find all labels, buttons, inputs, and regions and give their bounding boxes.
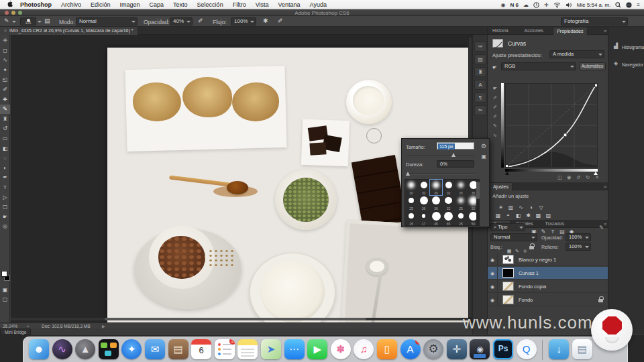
dock-siri[interactable]: ∿ bbox=[52, 339, 72, 359]
pressure-size-icon[interactable]: ✐ bbox=[278, 17, 283, 24]
black-point-eyedropper-icon[interactable]: ✐ bbox=[490, 94, 500, 101]
brush-preset[interactable]: 45 bbox=[430, 210, 442, 226]
layer-thumbnail[interactable] bbox=[502, 255, 514, 264]
brush-preset[interactable]: 65 bbox=[443, 210, 455, 226]
paragraph-panel-icon[interactable]: ¶ bbox=[474, 93, 486, 103]
dock-documents[interactable]: ▤ bbox=[572, 339, 592, 359]
menu-filtro[interactable]: Filtro bbox=[233, 1, 246, 8]
layer-thumbnail[interactable] bbox=[502, 282, 514, 291]
eraser-tool[interactable]: ▭ bbox=[0, 134, 10, 143]
filter-adjustment-icon[interactable]: ✎ bbox=[539, 228, 547, 235]
clip-to-layer-icon[interactable]: ◫ bbox=[557, 174, 562, 180]
input-menu-badge[interactable]: N 6 bbox=[510, 2, 518, 8]
lasso-tool[interactable]: ∿ bbox=[0, 56, 10, 65]
brush-preset[interactable]: 30 bbox=[405, 180, 417, 195]
brush-hardness-field[interactable]: 0% bbox=[437, 160, 474, 168]
delete-adjustment-icon[interactable]: ✕ bbox=[595, 174, 599, 180]
layer-visibility-icon[interactable]: ◉ bbox=[488, 253, 498, 266]
brush-tool-icon[interactable]: ✎ bbox=[4, 17, 9, 24]
toggle-visibility-icon[interactable]: ◉ bbox=[567, 174, 572, 180]
brush-preset[interactable]: 36 bbox=[430, 195, 442, 210]
airbrush-icon[interactable]: ✱ bbox=[263, 17, 268, 24]
shape-tool[interactable]: ▢ bbox=[0, 202, 10, 212]
menu-texto[interactable]: Texto bbox=[173, 1, 188, 8]
layers-menu-icon[interactable]: ≡ bbox=[604, 222, 606, 227]
brush-preset[interactable]: 30 bbox=[430, 180, 442, 195]
dock-facetime[interactable]: ▶ bbox=[307, 339, 327, 359]
new-brush-icon[interactable]: ▣ bbox=[481, 154, 486, 160]
dodge-tool[interactable]: ◐ bbox=[0, 164, 10, 173]
dock-notes[interactable] bbox=[237, 339, 258, 359]
document-tab[interactable]: ×IMG_4335.CR2 al 26,9% (Curvas 1, Máscar… bbox=[0, 27, 138, 35]
quick-mask-button[interactable]: ▣ bbox=[0, 286, 10, 295]
gray-point-eyedropper-icon[interactable]: ✐ bbox=[490, 103, 500, 111]
menu-photoshop[interactable]: Photoshop bbox=[20, 1, 52, 8]
layer-visibility-icon[interactable]: ◉ bbox=[488, 280, 498, 293]
apple-menu-icon[interactable] bbox=[7, 0, 13, 9]
dock-finder[interactable]: ☻ bbox=[29, 339, 49, 359]
zoom-tool[interactable]: ◎ bbox=[0, 222, 10, 231]
crop-tool[interactable]: ◱ bbox=[0, 75, 10, 84]
targeted-adjust-icon[interactable]: ☛ bbox=[492, 64, 497, 70]
brush-preset[interactable]: 17 bbox=[418, 210, 430, 226]
menu-selección[interactable]: Selección bbox=[197, 1, 223, 8]
layer-row[interactable]: ◉Blanco y negro 1 bbox=[488, 253, 608, 266]
brush-preset-caret[interactable] bbox=[38, 21, 42, 23]
dock-mission-control[interactable] bbox=[99, 339, 119, 359]
dock-system-preferences[interactable]: ⚙ bbox=[423, 339, 443, 359]
flow-select[interactable]: 100% bbox=[231, 17, 256, 25]
filter-type-icon[interactable]: T bbox=[549, 228, 557, 235]
lock-all-icon[interactable] bbox=[529, 246, 534, 249]
tool-presets-panel-icon[interactable]: ✑ bbox=[474, 42, 486, 52]
black-input-slider[interactable] bbox=[505, 172, 509, 175]
brush-size-slider[interactable] bbox=[406, 155, 474, 156]
preset-select[interactable]: A medida bbox=[549, 50, 604, 58]
screen-mode-button[interactable]: ▢ bbox=[0, 295, 10, 304]
tab-historia[interactable]: Historia bbox=[489, 27, 512, 35]
eyedropper-tool[interactable]: ✐ bbox=[0, 85, 10, 95]
clone-source-panel-icon[interactable]: ♜ bbox=[474, 67, 486, 77]
status-arrow-icon[interactable]: ▶ bbox=[102, 323, 105, 329]
toggle-brush-panel-icon[interactable]: ▤ bbox=[44, 17, 50, 24]
blur-tool[interactable]: ◌ bbox=[0, 154, 10, 163]
brush-preset-picker[interactable]: 115 bbox=[20, 17, 36, 25]
smooth-curve-icon[interactable]: ∿ bbox=[490, 131, 500, 139]
type-tool[interactable]: T bbox=[0, 183, 10, 192]
draw-curve-pencil-icon[interactable]: ✎ bbox=[490, 122, 500, 129]
scrollbar-thumb[interactable] bbox=[105, 318, 366, 320]
brush-preset[interactable]: 25 bbox=[455, 210, 467, 226]
adjustments-menu-icon[interactable]: ≡ bbox=[604, 184, 606, 189]
menu-vista[interactable]: Vista bbox=[256, 1, 269, 8]
brush-preset[interactable]: 25 bbox=[455, 180, 467, 195]
healing-brush-tool[interactable]: ✚ bbox=[0, 95, 10, 105]
curves-grid[interactable] bbox=[505, 83, 598, 168]
styles-panel-icon[interactable]: ▤ bbox=[474, 54, 486, 64]
dock-itunes[interactable]: ♫ bbox=[354, 339, 374, 359]
measure-log-panel-icon[interactable]: ✂ bbox=[474, 105, 486, 115]
dock-maps[interactable]: ➤ bbox=[261, 339, 281, 359]
blend-mode-select[interactable]: Normal bbox=[76, 17, 138, 25]
menu-edición[interactable]: Edición bbox=[91, 1, 111, 8]
hardness-slider-thumb[interactable] bbox=[406, 172, 410, 176]
character-panel-icon[interactable]: A bbox=[474, 80, 486, 90]
reset-icon[interactable]: ↻ bbox=[586, 174, 590, 180]
brush-preset[interactable]: 30 bbox=[418, 180, 430, 195]
panel-menu-icon[interactable]: ≡ bbox=[604, 29, 606, 34]
close-document-icon[interactable]: × bbox=[4, 28, 7, 33]
layer-blend-select[interactable]: Normal bbox=[490, 233, 537, 241]
dock-photoshop[interactable]: Ps bbox=[493, 339, 513, 359]
notification-list-icon[interactable]: ≡ bbox=[637, 2, 640, 8]
layer-name[interactable]: Fondo copia bbox=[519, 280, 546, 293]
dock-quicktime[interactable]: Q bbox=[517, 339, 537, 359]
pressure-opacity-icon[interactable]: ✐ bbox=[198, 17, 203, 24]
dock-downloads[interactable]: ↓ bbox=[549, 339, 569, 359]
layer-row[interactable]: ◉Curvas 1 bbox=[488, 267, 608, 280]
record-icon[interactable]: ◉ bbox=[501, 2, 506, 8]
auto-button[interactable]: Automático bbox=[579, 62, 606, 70]
tab-propiedades[interactable]: Propiedades bbox=[553, 27, 587, 35]
mini-bridge-tab[interactable]: Mini Bridge bbox=[0, 328, 31, 335]
brush-grid-scrollbar[interactable] bbox=[476, 180, 480, 225]
quick-selection-tool[interactable]: ✦ bbox=[0, 66, 10, 75]
brush-preset[interactable]: 36 bbox=[418, 195, 430, 210]
wifi-icon[interactable] bbox=[553, 2, 561, 8]
